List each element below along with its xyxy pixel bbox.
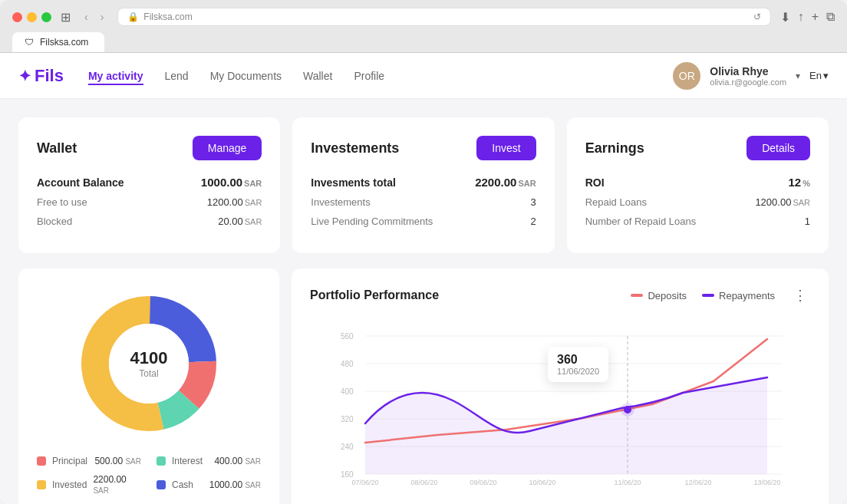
language-label: En (809, 70, 822, 81)
investments-total-value: 2200.00SAR (475, 176, 536, 189)
tooltip-value: 360 (557, 353, 599, 367)
repayments-line-icon (702, 294, 714, 297)
more-options-button[interactable]: ⋮ (790, 287, 810, 304)
y-label-160: 160 (341, 470, 354, 479)
x-label-5: 12/06/20 (684, 479, 711, 485)
logo: ✦ Fils (18, 66, 64, 86)
roi-label: ROI (585, 176, 605, 189)
share-button[interactable]: ↑ (798, 10, 804, 24)
legend-value-interest: 400.00 SAR (214, 456, 261, 466)
num-repaid-loans-label: Number of Repaid Loans (585, 216, 697, 227)
legend-dot-invested (37, 480, 46, 489)
live-pending-value: 2 (530, 216, 536, 227)
logo-icon: ✦ (18, 67, 31, 85)
language-button[interactable]: En ▾ (809, 70, 829, 81)
chart-title: Portfolio Performance (310, 288, 615, 302)
investments-count-label: Investements (311, 196, 370, 208)
user-section: OR Olivia Rhye olivia.r@google.com ▾ En … (673, 62, 829, 90)
donut-legend: Principal 500.00 SAR Interest 400.00 SAR (37, 456, 261, 496)
avatar: OR (673, 62, 700, 90)
y-label-480: 480 (341, 360, 354, 368)
nav-my-activity[interactable]: My activity (88, 67, 143, 85)
free-to-use-value: 1200.00SAR (207, 196, 262, 208)
roi-value: 12% (789, 176, 810, 189)
traffic-light-yellow[interactable] (27, 12, 37, 22)
forward-button[interactable]: › (96, 9, 109, 25)
nav-wallet[interactable]: Wallet (303, 67, 332, 85)
deposits-legend: Deposits (631, 290, 687, 301)
donut-total-value: 4100 (130, 348, 168, 368)
earnings-card: Earnings Details ROI 12% Repaid Loans 12… (567, 117, 829, 253)
nav-lend[interactable]: Lend (165, 67, 189, 85)
legend-dot-principal (37, 456, 46, 466)
investments-card-title: Investements (311, 140, 399, 156)
legend-item-principal: Principal 500.00 SAR (37, 456, 141, 466)
investments-card: Investements Invest Invesments total 220… (292, 117, 554, 253)
nav-links: My activity Lend My Documents Wallet Pro… (88, 67, 648, 85)
blocked-label: Blocked (37, 216, 72, 227)
wallet-card: Wallet Manage Account Balance 1000.00SAR… (18, 117, 280, 253)
x-label-2: 09/06/20 (470, 479, 496, 485)
traffic-light-green[interactable] (41, 12, 51, 22)
account-balance-label: Account Balance (37, 176, 124, 189)
legend-name-interest: Interest (172, 456, 208, 466)
legend-name-principal: Principal (52, 456, 88, 466)
url-text: Filsksa.com (143, 12, 192, 22)
live-pending-label: Live Pending Commitments (311, 216, 433, 227)
user-email: olivia.r@google.com (710, 77, 786, 87)
portfolio-chart-svg: 560 480 400 320 240 160 (310, 316, 810, 485)
legend-name-cash: Cash (172, 479, 203, 490)
main-content: Wallet Manage Account Balance 1000.00SAR… (0, 99, 847, 504)
new-tab-button[interactable]: + (812, 10, 819, 24)
tab-favicon: 🛡 (25, 37, 34, 48)
y-label-400: 400 (341, 387, 354, 396)
legend-value-invested: 2200.00 SAR (93, 474, 141, 496)
traffic-light-red[interactable] (12, 12, 22, 22)
tab-title: Filsksa.com (40, 37, 88, 48)
tabs-button[interactable]: ⧉ (826, 10, 835, 24)
cards-row: Wallet Manage Account Balance 1000.00SAR… (18, 117, 829, 253)
legend-dot-cash (157, 480, 166, 489)
nav-my-documents[interactable]: My Documents (210, 67, 282, 85)
y-label-560: 560 (341, 332, 354, 341)
address-bar[interactable]: 🔒 Filsksa.com ↺ (117, 8, 770, 26)
logo-text: Fils (35, 66, 64, 86)
lock-icon: 🔒 (127, 12, 139, 22)
donut-total-label: Total (130, 368, 168, 379)
repayments-label: Repayments (719, 290, 775, 301)
browser-tab[interactable]: 🛡 Filsksa.com (12, 32, 104, 52)
download-button[interactable]: ⬇ (780, 10, 790, 25)
navbar: ✦ Fils My activity Lend My Documents Wal… (0, 53, 847, 99)
account-balance-value: 1000.00SAR (201, 176, 262, 189)
legend-name-invested: Invested (52, 479, 87, 490)
repaid-loans-value: 1200.00SAR (755, 196, 810, 208)
legend-dot-interest (157, 456, 166, 466)
y-label-240: 240 (341, 443, 354, 451)
y-label-320: 320 (341, 415, 354, 423)
legend-value-cash: 1000.00 SAR (209, 479, 261, 490)
x-label-1: 08/06/20 (410, 479, 437, 485)
chart-tooltip: 360 11/06/2020 (548, 347, 608, 382)
nav-profile[interactable]: Profile (354, 67, 384, 85)
sidebar-toggle-button[interactable]: ⊞ (61, 10, 71, 25)
invest-button[interactable]: Invest (476, 136, 536, 160)
chart-area: 360 11/06/2020 560 480 400 320 240 160 (310, 316, 810, 488)
back-button[interactable]: ‹ (80, 9, 93, 25)
wallet-card-title: Wallet (37, 140, 77, 156)
manage-button[interactable]: Manage (193, 136, 262, 160)
earnings-card-title: Earnings (585, 140, 644, 156)
blocked-value: 20.00SAR (218, 216, 262, 227)
user-dropdown-button[interactable]: ▾ (796, 71, 800, 81)
num-repaid-loans-value: 1 (805, 216, 810, 227)
repaid-loans-label: Repaid Loans (585, 196, 647, 208)
portfolio-chart-card: Portfolio Performance Deposits Repayment… (292, 268, 829, 504)
chart-header: Portfolio Performance Deposits Repayment… (310, 287, 810, 304)
lang-chevron-icon: ▾ (823, 70, 829, 81)
details-button[interactable]: Details (746, 136, 810, 160)
donut-card: 4100 Total Principal 500.00 SAR (18, 268, 279, 504)
svg-point-12 (621, 403, 634, 417)
legend-item-invested: Invested 2200.00 SAR (37, 474, 141, 496)
legend-value-principal: 500.00 SAR (94, 456, 141, 466)
tooltip-date: 11/06/2020 (557, 367, 599, 376)
donut-chart-wrapper: 4100 Total (37, 287, 261, 440)
